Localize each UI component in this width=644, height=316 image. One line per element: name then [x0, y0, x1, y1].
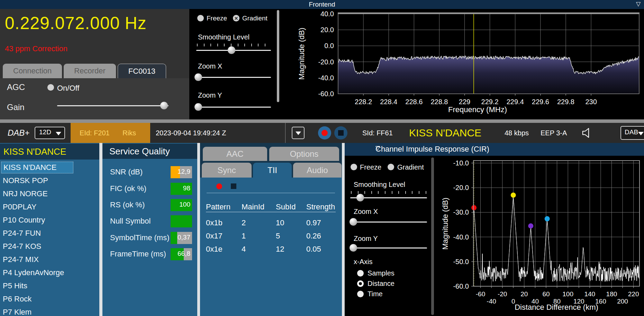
cir-zoom-y-slider[interactable] — [350, 244, 427, 252]
zoom-y-slider[interactable] — [196, 103, 271, 111]
xaxis-radio-time[interactable] — [357, 291, 364, 297]
splitter-detail-tabs[interactable] — [342, 143, 345, 316]
stop-button[interactable] — [334, 126, 347, 139]
tii-record-indicator[interactable] — [216, 183, 222, 189]
zoom-x-slider-handle[interactable] — [194, 73, 202, 81]
quality-bar: 66,8 — [171, 248, 192, 260]
spectrum-controls-scrollbar[interactable] — [277, 10, 279, 102]
zoom-y-slider-handle[interactable] — [194, 103, 202, 111]
record-button[interactable] — [318, 126, 331, 139]
tii-cell: 12 — [276, 245, 284, 254]
tab-aac[interactable]: AAC — [203, 147, 267, 161]
svg-text:228.4: 228.4 — [380, 98, 397, 106]
cir-zoom-y-slider-handle[interactable] — [350, 244, 357, 252]
cir-smoothing-slider[interactable] — [350, 194, 427, 201]
cir-header: Channel Impulse Response (CIR) ▽ — [345, 143, 644, 156]
svg-text:228.2: 228.2 — [355, 98, 372, 106]
band-select[interactable]: DAB — [620, 126, 644, 140]
agc-label: AGC — [7, 82, 25, 92]
service-id: SId: FF61 — [362, 123, 393, 143]
xaxis-option-label: Distance — [368, 280, 394, 288]
station-item[interactable]: P7 Klem — [0, 306, 99, 316]
horizontal-splitter[interactable] — [0, 119, 644, 123]
svg-text:20: 20 — [520, 290, 528, 298]
tii-col-header: Pattern — [206, 202, 230, 211]
station-item[interactable]: P24-7 FUN — [0, 227, 99, 240]
zoom-x-label: Zoom X — [198, 62, 222, 70]
cir-gradient-radio[interactable] — [388, 164, 394, 170]
zoom-x-slider[interactable] — [196, 73, 271, 81]
cir-zoom-x-slider-handle[interactable] — [350, 218, 357, 226]
station-item[interactable]: P0DPLAY — [0, 200, 99, 214]
tuner-panel: 0.229.072.000Hz 43 ppm Correction Connec… — [0, 9, 189, 119]
xaxis-radio-distance[interactable] — [357, 280, 364, 287]
svg-text:180: 180 — [606, 290, 617, 298]
tii-cell: 5 — [276, 232, 280, 241]
cir-zoom-x-slider[interactable] — [350, 218, 427, 226]
tii-stop-indicator[interactable] — [231, 183, 236, 189]
app-window: Frontend ▽ 0.229.072.000Hz 43 ppm Correc… — [0, 0, 644, 316]
smoothing-slider[interactable] — [196, 46, 271, 54]
gradient-radio[interactable] — [233, 15, 239, 21]
quality-bar — [171, 215, 192, 227]
station-item[interactable]: P10 Country — [0, 214, 99, 227]
svg-text:229.2: 229.2 — [481, 98, 499, 106]
svg-text:229.8: 229.8 — [557, 98, 574, 106]
splitter-stations[interactable] — [99, 143, 102, 316]
svg-text:-60.0: -60.0 — [318, 90, 334, 98]
station-list: KISS N'DANCENORSK POPNRJ NORGEP0DPLAYP10… — [0, 161, 99, 316]
collapse-cir-icon[interactable]: ▽ — [375, 144, 639, 152]
freeze-radio[interactable] — [197, 15, 204, 21]
spectrum-xlabel: Frequency (MHz) — [448, 105, 507, 114]
svg-text:-60.0: -60.0 — [453, 282, 469, 290]
splitter-service-quality[interactable] — [197, 143, 200, 316]
speaker-icon[interactable] — [582, 127, 593, 138]
tab-fc0013[interactable]: FC0013 — [118, 64, 166, 78]
smoothing-slider-handle[interactable] — [228, 46, 235, 54]
service-quality-header: Service Quality — [102, 144, 197, 159]
channel-select[interactable]: 12D — [35, 127, 65, 139]
service-dropdown-button[interactable] — [292, 127, 305, 139]
ensemble-name: Riks — [123, 123, 136, 143]
cir-ylabel: Magnitude (dB) — [441, 198, 450, 250]
xaxis-radio-samples[interactable] — [357, 270, 364, 277]
svg-text:200: 200 — [617, 298, 628, 305]
cir-smoothing-label: Smoothing Level — [354, 181, 405, 189]
station-item[interactable]: P4 LydenAvNorge — [0, 266, 99, 279]
tab-tii[interactable]: TII — [253, 163, 292, 178]
collapse-frontend-icon[interactable]: ▽ — [636, 0, 641, 8]
gain-slider[interactable] — [57, 102, 169, 109]
agc-radio[interactable] — [47, 84, 54, 91]
tii-cell: 0x1e — [206, 245, 223, 254]
gain-slider-handle[interactable] — [160, 102, 168, 109]
tab-audio[interactable]: Audio — [293, 163, 342, 178]
tii-cell: 1 — [242, 232, 246, 241]
station-item[interactable]: P6 Rock — [0, 292, 99, 306]
ppm-correction: 43 ppm Correction — [5, 44, 67, 53]
device-tabs: ConnectionRecorderFC0013 — [3, 64, 166, 78]
stations-header: KISS N'DANCE — [0, 144, 99, 160]
tab-options[interactable]: Options — [269, 147, 339, 161]
station-item[interactable]: NORSK POP — [0, 174, 99, 187]
service-quality-title: Service Quality — [109, 146, 170, 157]
station-item[interactable]: KISS N'DANCE — [0, 161, 99, 174]
quality-value: 98 — [183, 184, 190, 192]
station-item[interactable]: NRJ NORGE — [0, 187, 99, 200]
tii-cell: 0.26 — [306, 232, 321, 241]
tab-sync[interactable]: Sync — [202, 163, 252, 178]
station-item[interactable]: P24-7 MIX — [0, 253, 99, 266]
chevron-down-icon — [638, 132, 644, 135]
quality-value: 12,9 — [178, 168, 190, 175]
tab-recorder[interactable]: Recorder — [64, 64, 116, 78]
station-item[interactable]: P5 Hits — [0, 279, 99, 292]
cir-smoothing-slider-handle[interactable] — [356, 194, 364, 201]
tab-connection[interactable]: Connection — [3, 64, 62, 78]
current-station-title: KISS N'DANCE — [3, 146, 66, 157]
cir-freeze-radio[interactable] — [351, 164, 357, 170]
svg-text:-30.0: -30.0 — [453, 208, 469, 216]
station-item[interactable]: P24-7 KOS — [0, 240, 99, 253]
quality-value: 100 — [179, 201, 190, 208]
dab-status-bar: DAB+ 12D EId: F201 Riks 2023-09-04 19:49… — [0, 123, 644, 143]
svg-text:-40.0: -40.0 — [318, 74, 334, 82]
spectrum-controls: Freeze Gradient Smoothing Level Zoom X Z… — [189, 9, 278, 119]
